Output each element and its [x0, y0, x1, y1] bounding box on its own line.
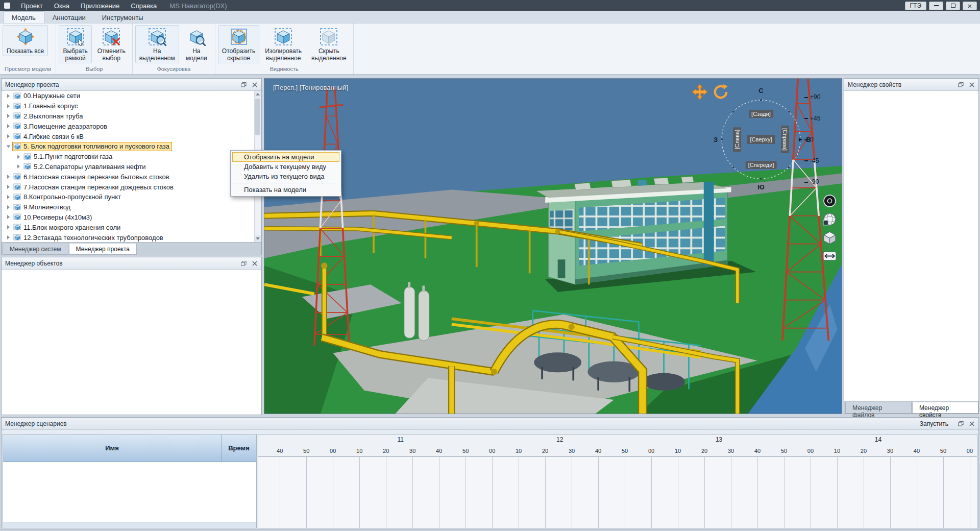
chevron-icon[interactable] — [4, 134, 12, 138]
tree-item[interactable]: 4.Гибкие связи 6 кВ — [2, 131, 254, 141]
chevron-icon[interactable] — [4, 124, 12, 128]
compass-west-label[interactable]: З — [714, 136, 718, 143]
timeline-grid[interactable] — [258, 457, 977, 528]
timeline-minutes: 4050001020304050001020304050001020304050… — [258, 446, 977, 457]
context-menu-item[interactable]: Удалить из текущего вида — [232, 172, 339, 181]
compass-face-top[interactable]: [Сверху] — [747, 135, 775, 144]
panel-tab[interactable]: Менеджер систем — [3, 244, 68, 255]
chevron-icon[interactable] — [4, 225, 12, 229]
ribbon-button[interactable]: Скрыть выделенное — [307, 25, 351, 63]
chevron-icon[interactable] — [4, 205, 12, 209]
ribbon-button-label: Отменить выбор — [97, 47, 126, 62]
menu-item[interactable]: Проект — [15, 1, 48, 11]
minimize-button[interactable] — [929, 2, 943, 10]
panel-tab[interactable]: Менеджер проекта — [69, 244, 137, 255]
chevron-icon[interactable] — [14, 164, 22, 168]
compass-tilt-scale[interactable]: +90+450-45-90 — [804, 94, 828, 185]
column-header-time[interactable]: Время — [222, 435, 256, 462]
float-panel-icon[interactable] — [958, 82, 964, 88]
menu-item[interactable]: Окна — [48, 1, 75, 11]
pan-tool-icon[interactable] — [692, 84, 708, 100]
menu-item[interactable]: Приложение — [75, 1, 125, 11]
viewport-3d[interactable]: [Персп.] [Тонированный] С Ю З В [Сзади] … — [264, 78, 842, 414]
chevron-icon[interactable] — [4, 215, 12, 219]
chevron-icon[interactable] — [4, 175, 12, 179]
chevron-icon[interactable] — [4, 114, 12, 118]
table-horizontal-scrollbar[interactable] — [3, 522, 256, 528]
tree-item[interactable]: 6.Насосная станция перекачки бытовых сто… — [2, 172, 254, 182]
compass-face-left[interactable]: [Слева] — [733, 127, 741, 152]
chevron-icon[interactable] — [4, 144, 12, 149]
close-panel-icon[interactable] — [968, 82, 975, 88]
chevron-icon[interactable] — [4, 235, 12, 239]
tree-item[interactable]: 2.Выхлопная труба — [2, 111, 254, 122]
chevron-icon[interactable] — [4, 104, 12, 108]
float-panel-icon[interactable] — [958, 421, 964, 427]
tree-item[interactable]: 11.Блок мокрого хранения соли — [2, 222, 254, 232]
ribbon-button[interactable]: Отобразить скрытое — [218, 25, 259, 63]
tree-item[interactable]: 1.Главный корпус — [2, 101, 254, 111]
ribbon-tab[interactable]: Инструменты — [94, 12, 152, 23]
context-menu-item[interactable]: Отобразить на модели — [232, 152, 339, 162]
close-button[interactable] — [963, 2, 977, 10]
context-menu-item[interactable]: Показать на модели — [232, 185, 339, 195]
context-menu-item[interactable]: Добавить к текущему виду — [232, 162, 339, 172]
minute-tick-label: 20 — [542, 448, 548, 454]
column-header-name[interactable]: Имя — [3, 435, 222, 462]
context-menu: Отобразить на моделиДобавить к текущему … — [230, 150, 341, 197]
minute-tick-label: 30 — [728, 448, 734, 454]
ribbon-button-label: На модели — [186, 47, 207, 62]
scenario-timeline[interactable]: 11121314 4050001020304050001020304050001… — [258, 434, 977, 528]
chevron-icon[interactable] — [4, 94, 12, 98]
chevron-icon[interactable] — [4, 195, 12, 199]
close-panel-icon[interactable] — [251, 82, 258, 88]
view-cube-icon[interactable] — [823, 231, 837, 245]
panel-tab[interactable]: Менеджер файлов — [845, 402, 912, 414]
view-sphere-icon[interactable] — [823, 212, 837, 226]
ribbon-button[interactable]: Отменить выбор — [93, 25, 130, 63]
compass-face-right[interactable]: [Справа] — [781, 126, 789, 153]
compass-face-back[interactable]: [Сзади] — [749, 110, 773, 118]
fit-width-icon[interactable] — [823, 249, 837, 263]
focus-selected-icon — [148, 28, 166, 46]
compass-north-label[interactable]: С — [758, 87, 763, 94]
scroll-down-icon[interactable] — [255, 235, 261, 242]
menu-item[interactable]: Справка — [125, 1, 162, 11]
tree-item[interactable]: 9.Молниеотвод — [2, 202, 254, 212]
ribbon-button[interactable]: Выбрать рамкой — [59, 25, 91, 63]
tree-item[interactable]: 7.Насосная станция перекачки дождевых ст… — [2, 182, 254, 192]
run-scenario-button[interactable]: Запустить — [920, 420, 948, 427]
compass-south-label[interactable]: Ю — [757, 183, 764, 191]
orbit-ball-icon[interactable] — [823, 194, 837, 208]
scenario-panel-title: Менеджер сценариев — [5, 420, 67, 427]
objects-panel-title: Менеджер объектов — [5, 260, 63, 267]
ribbon-button[interactable]: Показать все — [3, 25, 48, 56]
tree-item[interactable]: 5.1.Пункт подготовки газа — [2, 152, 254, 162]
chevron-icon[interactable] — [14, 155, 22, 159]
close-panel-icon[interactable] — [251, 260, 258, 267]
float-panel-icon[interactable] — [240, 82, 247, 88]
maximize-button[interactable] — [946, 2, 960, 10]
tree-item[interactable]: 8.Контрольно-пропускной пункт — [2, 192, 254, 202]
ribbon-button[interactable]: На выделенном — [135, 25, 179, 63]
close-panel-icon[interactable] — [968, 421, 975, 427]
scroll-up-icon[interactable] — [255, 91, 261, 98]
float-panel-icon[interactable] — [240, 260, 247, 267]
tree-item[interactable]: 00.Наружные сети — [2, 91, 254, 101]
compass-face-front[interactable]: [Спереди] — [746, 161, 777, 169]
ribbon-tab[interactable]: Аннотации — [44, 12, 94, 23]
ribbon-button[interactable]: На модели — [181, 25, 212, 63]
ribbon-button[interactable]: Изолировать выделенное — [261, 25, 306, 63]
navigation-compass[interactable]: С Ю З В [Сзади] [Слева] [Сверху] [Справа… — [708, 86, 814, 193]
grid-line — [333, 457, 333, 528]
profile-button[interactable]: ГТЭ — [905, 2, 926, 10]
tree-item[interactable]: 5.2.Сепараторы улавливания нефти — [2, 162, 254, 172]
tree-item[interactable]: 3.Помещение деаэраторов — [2, 121, 254, 131]
chevron-icon[interactable] — [4, 185, 12, 189]
tree-item[interactable]: 5. Блок подготовки топливного и пусковог… — [2, 141, 254, 152]
tree-item[interactable]: 10.Ресиверы (4х10м3) — [2, 212, 254, 223]
panel-tab[interactable]: Менеджер свойств — [912, 402, 978, 414]
ribbon-tab[interactable]: Модель — [3, 11, 44, 23]
scroll-thumb[interactable] — [255, 99, 260, 135]
tree-item[interactable]: 12.Эстакада технологических трубопроводо… — [2, 232, 254, 242]
